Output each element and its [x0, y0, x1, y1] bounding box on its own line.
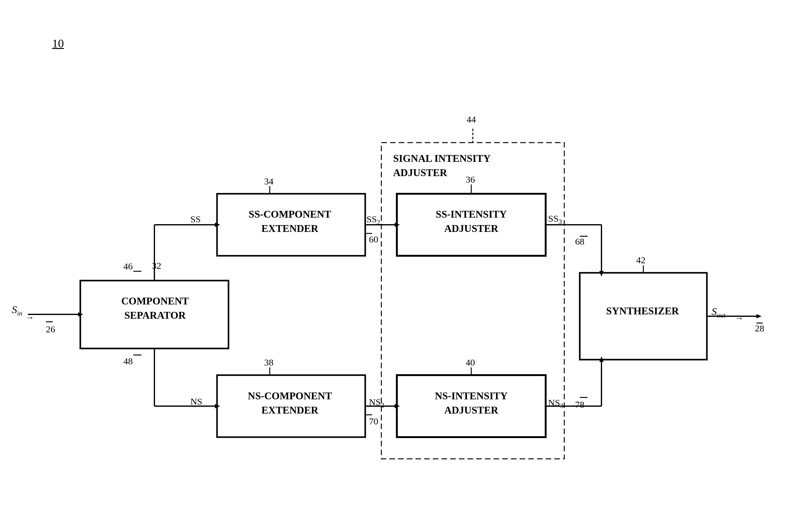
ref-70: 70: [369, 416, 378, 426]
ref-46: 46: [124, 261, 133, 271]
svg-marker-26: [756, 314, 761, 318]
ref-38: 38: [264, 357, 273, 368]
ss-component-extender-label: SS-COMPONENTEXTENDER: [222, 207, 358, 235]
signal-intensity-adjuster-label: SIGNAL INTENSITYADJUSTER: [393, 151, 491, 180]
ns-wire-label: NS: [190, 396, 202, 407]
arrow-sin: →: [25, 312, 34, 322]
ref-44: 44: [467, 114, 476, 125]
ref-36: 36: [466, 174, 475, 185]
synthesizer-label: SYNTHESIZER: [584, 305, 701, 317]
diagram-svg: [0, 0, 794, 532]
ns3-label: NS3: [548, 397, 563, 410]
ref-40: 40: [466, 357, 475, 368]
ss3-label: SS3: [548, 213, 562, 226]
diagram: 10 Sin → 26 COMPONENTSEPARATOR 32 46 48 …: [0, 0, 794, 532]
ref-28: 28: [755, 323, 764, 334]
ref-68: 68: [575, 236, 584, 247]
arrow-sout: →: [735, 313, 743, 323]
ns-intensity-adjuster-label: NS-INTENSITYADJUSTER: [401, 389, 541, 417]
ss2-label: SS2: [366, 214, 380, 226]
ns-component-extender-label: NS-COMPONENTEXTENDER: [222, 389, 358, 417]
ref-34: 34: [264, 176, 273, 187]
ss-wire-label: SS: [190, 214, 201, 225]
ref-32: 32: [152, 261, 161, 271]
ref-78: 78: [575, 399, 584, 410]
diagram-number: 10: [52, 37, 64, 50]
ref-26: 26: [46, 324, 55, 335]
ref-60: 60: [369, 234, 378, 245]
svg-marker-21: [599, 271, 604, 277]
ref-48: 48: [124, 356, 133, 366]
component-separator-label: COMPONENTSEPARATOR: [90, 294, 220, 322]
ref-42: 42: [636, 255, 645, 265]
ns2-label: NS2: [369, 397, 384, 409]
ss-intensity-adjuster-label: SS-INTENSITYADJUSTER: [401, 207, 541, 235]
sin-label: Sin: [12, 304, 22, 318]
sout-label: Sout: [712, 306, 725, 319]
